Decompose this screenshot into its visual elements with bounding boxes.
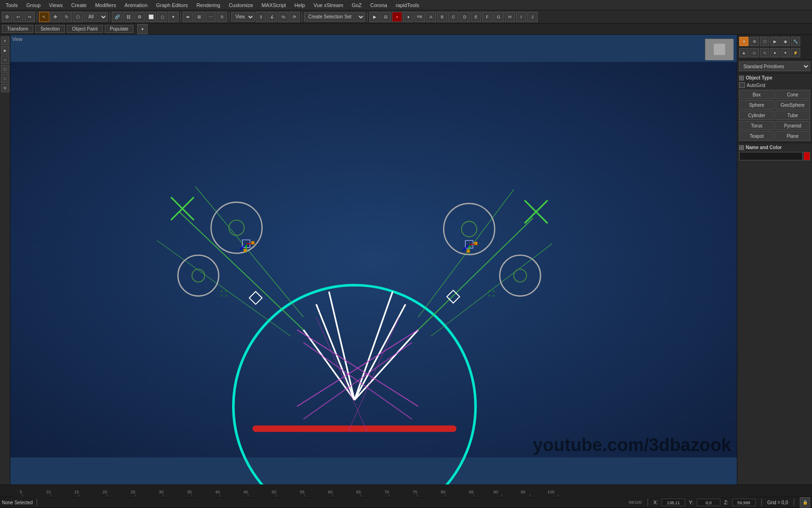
rp-btn-box[interactable]: Box — [739, 90, 774, 99]
lp-btn-4[interactable]: ⚙ — [1, 84, 9, 92]
menu-tools[interactable]: Tools — [2, 1, 22, 9]
toolbar-select[interactable]: ↖ — [39, 12, 49, 22]
toolbar-select-region[interactable]: ⬜ — [146, 12, 156, 22]
menu-graph-editors[interactable]: Graph Editors — [152, 1, 192, 9]
lp-btn-2[interactable]: ⬡ — [1, 65, 9, 73]
rp-create-icon[interactable]: ✦ — [739, 37, 749, 46]
toolbar-btn-layer[interactable]: ⊟ — [381, 12, 391, 22]
rp-btn-plane[interactable]: Plane — [775, 131, 811, 141]
menu-rendering[interactable]: Rendering — [193, 1, 224, 9]
tab-transform[interactable]: Transform — [2, 25, 33, 33]
viewport[interactable]: View — [10, 35, 737, 484]
svg-text:40: 40 — [215, 490, 220, 494]
menu-rapidtools[interactable]: rapidTools — [392, 1, 423, 9]
lp-btn-1[interactable]: + — [1, 56, 9, 64]
tab-populate[interactable]: Populate — [105, 25, 133, 33]
rp-btn-teapot[interactable]: Teapot — [739, 131, 774, 141]
rp-name-input[interactable] — [739, 152, 803, 160]
toolbar-link[interactable]: 🔗 — [112, 12, 122, 22]
menu-corona[interactable]: Corona — [367, 1, 391, 9]
rp-object-type-toggle[interactable]: - — [739, 76, 744, 80]
toolbar-btn-d[interactable]: D — [460, 12, 470, 22]
toolbar-snap-pct[interactable]: % — [278, 12, 289, 22]
rp-autogrid-checkbox[interactable] — [739, 82, 745, 88]
toolbar-material[interactable]: ♦ — [403, 12, 414, 22]
rp-motion-icon[interactable]: ▶ — [770, 37, 780, 46]
toolbar-snap3d[interactable]: 3 — [256, 12, 266, 22]
menu-group[interactable]: Group — [23, 1, 45, 9]
lock-btn[interactable]: 🔒 — [800, 497, 810, 508]
toolbar-clone[interactable]: ⎘ — [217, 12, 227, 22]
toolbar-all-dropdown[interactable]: All — [84, 12, 108, 22]
rp-btn-sphere[interactable]: Sphere — [739, 100, 774, 110]
toolbar-btn-i[interactable]: I — [516, 12, 526, 22]
toolbar-select-lasso[interactable]: ◻ — [157, 12, 167, 22]
rp-hierarchy-icon[interactable]: ⬡ — [760, 37, 769, 46]
timeline-area[interactable]: 5 10 15 20 25 30 35 40 45 50 55 60 65 70… — [0, 484, 812, 497]
rp-subicon-5[interactable]: ✦ — [781, 48, 790, 57]
rp-btn-geosphere[interactable]: GeoSphere — [775, 100, 811, 110]
menu-customize[interactable]: Customize — [225, 1, 257, 9]
toolbar-btn-a[interactable]: A — [426, 12, 436, 22]
rp-btn-cone[interactable]: Cone — [775, 90, 811, 99]
toolbar-named-sel[interactable]: ▶ — [369, 12, 380, 22]
menu-help[interactable]: Help — [291, 1, 309, 9]
rp-subicon-3[interactable]: ∿ — [760, 48, 769, 57]
toolbar-btn-f[interactable]: F — [482, 12, 492, 22]
toolbar-bind[interactable]: ⚙ — [134, 12, 145, 22]
rp-display-icon[interactable]: ◉ — [781, 37, 790, 46]
tab-selection[interactable]: Selection — [35, 25, 65, 33]
rp-name-color-toggle[interactable]: - — [739, 145, 744, 150]
menu-views[interactable]: Views — [45, 1, 66, 9]
rp-subicon-6[interactable]: ⚡ — [791, 48, 800, 57]
rp-subicon-4[interactable]: ● — [770, 48, 780, 57]
lp-expand[interactable]: ▶ — [1, 46, 9, 55]
rp-btn-tube[interactable]: Tube — [775, 111, 811, 120]
toolbar-snap-angle[interactable]: ∡ — [267, 12, 277, 22]
rp-color-swatch[interactable] — [804, 152, 810, 160]
toolbar-paint-sel[interactable]: ✦ — [168, 12, 179, 22]
toolbar-btn-1[interactable]: ⚙ — [2, 12, 12, 22]
toolbar-mirror[interactable]: ⬌ — [183, 12, 193, 22]
toolbar2-extra-btn[interactable]: ▾ — [137, 24, 148, 34]
rp-modify-icon[interactable]: ⚙ — [750, 37, 759, 46]
menu-vue[interactable]: Vue xStream — [310, 1, 347, 9]
menu-goz[interactable]: GoZ — [348, 1, 365, 9]
toolbar-btn-2[interactable]: ↩ — [13, 12, 23, 22]
rp-subicon-1[interactable]: ▲ — [739, 48, 749, 57]
toolbar-render[interactable]: ● — [392, 12, 402, 22]
menu-animation[interactable]: Animation — [121, 1, 151, 9]
rp-btn-pyramid[interactable]: Pyramid — [775, 121, 811, 130]
toolbar-rb[interactable]: RB — [414, 12, 425, 22]
menu-maxscript[interactable]: MAXScript — [258, 1, 290, 9]
tab-object-paint[interactable]: Object Paint — [67, 25, 102, 33]
lp-btn-3[interactable]: □ — [1, 74, 9, 83]
toolbar-btn-c[interactable]: C — [448, 12, 459, 22]
toolbar-scale[interactable]: ⬡ — [73, 12, 83, 22]
toolbar-btn-3[interactable]: ↪ — [24, 12, 35, 22]
menu-modifiers[interactable]: Modifiers — [91, 1, 120, 9]
rp-primitives-dropdown[interactable]: Standard Primitives — [739, 62, 810, 71]
toolbar-btn-g[interactable]: G — [493, 12, 504, 22]
rp-utilities-icon[interactable]: 🔧 — [791, 37, 800, 46]
toolbar-rotate[interactable]: ↻ — [62, 12, 72, 22]
toolbar-btn-e[interactable]: E — [471, 12, 481, 22]
lp-close[interactable]: ✕ — [1, 37, 9, 45]
toolbar-move[interactable]: ✥ — [50, 12, 61, 22]
toolbar-snap-spin[interactable]: ⟳ — [289, 12, 300, 22]
svg-text:45: 45 — [243, 490, 248, 494]
toolbar-view-dropdown[interactable]: View — [231, 12, 255, 22]
svg-rect-50 — [225, 295, 227, 297]
toolbar-btn-h[interactable]: H — [505, 12, 515, 22]
toolbar-create-sel-dropdown[interactable]: Create Selection Set — [304, 12, 365, 22]
toolbar-unlink[interactable]: ⛓ — [123, 12, 133, 22]
rp-btn-cylinder[interactable]: Cylinder — [739, 111, 774, 120]
toolbar-spacing[interactable]: ⋯ — [205, 12, 216, 22]
rp-subicon-2[interactable]: ◇ — [750, 48, 759, 57]
toolbar-btn-j[interactable]: J — [527, 12, 538, 22]
toolbar-align[interactable]: ⊞ — [194, 12, 204, 22]
rp-btn-torus[interactable]: Torus — [739, 121, 774, 130]
mini-viewport[interactable] — [705, 39, 733, 60]
toolbar-btn-b[interactable]: B — [437, 12, 447, 22]
menu-create[interactable]: Create — [67, 1, 90, 9]
